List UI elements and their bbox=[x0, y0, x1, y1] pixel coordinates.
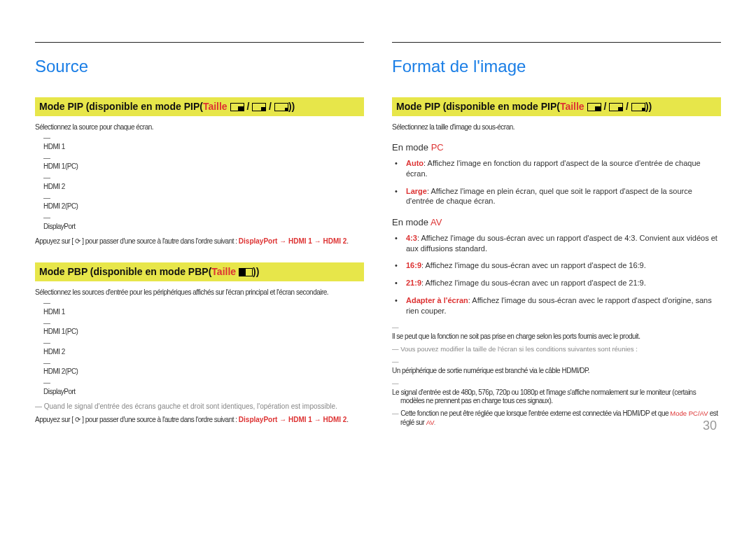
subheading-av-mode: En mode AV bbox=[392, 216, 721, 229]
pip-size-medium-icon bbox=[609, 103, 623, 111]
pip-source-list: HDMI 1 HDMI 1(PC) HDMI 2 HDMI 2(PC) Disp… bbox=[35, 133, 364, 231]
pip-format-intro: Sélectionnez la taille d'image du sous-é… bbox=[392, 123, 721, 132]
heading-slash: / bbox=[269, 101, 274, 112]
svg-rect-11 bbox=[618, 107, 622, 111]
section-title-format: Format de l'image bbox=[392, 55, 721, 78]
seq-chain: DisplayPort → HDMI 1 → HDMI 2 bbox=[239, 237, 346, 245]
seq-text: ] pour passer d'une source à l'autre dan… bbox=[80, 416, 239, 423]
pip-source-sequence: Appuyez sur [ ⟳ ] pour passer d'une sour… bbox=[35, 237, 364, 246]
page-number: 30 bbox=[703, 417, 717, 434]
heading-em: Taille bbox=[203, 101, 227, 112]
footnote-em: AV bbox=[426, 419, 434, 426]
subheading-text: En mode bbox=[392, 142, 431, 153]
right-column: Format de l'image Mode PIP (disponible e… bbox=[392, 42, 721, 432]
pbp-source-intro: Sélectionnez les sources d'entrée pour l… bbox=[35, 288, 364, 297]
heading-pbp-source: Mode PBP (disponible en mode PBP(Taille … bbox=[35, 262, 364, 281]
list-item: DisplayPort bbox=[43, 223, 364, 231]
av-mode-bullets: 4:3: Affichez l'image du sous-écran avec… bbox=[392, 233, 721, 316]
bullet-item: 21:9: Affichez l'image du sous-écran ave… bbox=[403, 278, 721, 288]
heading-pip-format: Mode PIP (disponible en mode PIP(Taille … bbox=[392, 97, 721, 116]
heading-text: )) bbox=[645, 101, 652, 112]
subheading-pc-mode: En mode PC bbox=[392, 141, 721, 154]
seq-tail: . bbox=[346, 416, 349, 423]
svg-rect-3 bbox=[261, 107, 265, 111]
pip-size-small-icon bbox=[631, 103, 645, 111]
footnote: Vous pouvez modifier la taille de l'écra… bbox=[392, 345, 721, 354]
heading-slash: / bbox=[603, 101, 609, 112]
left-column: Source Mode PIP (disponible en mode PIP(… bbox=[35, 42, 364, 432]
pip-source-intro: Sélectionnez la source pour chaque écran… bbox=[35, 123, 364, 132]
svg-rect-13 bbox=[642, 108, 645, 111]
list-item: HDMI 1 bbox=[43, 308, 364, 316]
heading-slash: / bbox=[626, 101, 631, 112]
bullet-item: 4:3: Affichez l'image du sous-écran avec… bbox=[403, 233, 721, 254]
bullet-em: 4:3 bbox=[406, 234, 417, 242]
heading-text: Mode PIP (disponible en mode PIP( bbox=[396, 101, 560, 112]
bullet-item: Adapter à l'écran: Affichez l'image du s… bbox=[403, 295, 721, 316]
footnote: Il se peut que la fonction ne soit pas p… bbox=[392, 323, 721, 341]
footnote: Cette fonction ne peut être réglée que l… bbox=[392, 409, 721, 428]
footnote-em: Mode PC/AV bbox=[670, 409, 708, 417]
heading-text: Mode PBP (disponible en mode PBP( bbox=[39, 266, 211, 277]
footnote-text: Le signal d'entrée est de 480p, 576p, 72… bbox=[400, 388, 721, 405]
seq-text: Appuyez sur [ bbox=[35, 416, 75, 423]
pbp-size-icon bbox=[239, 268, 253, 276]
section-title-source: Source bbox=[35, 55, 364, 78]
pbp-source-list: HDMI 1 HDMI 1(PC) HDMI 2 HDMI 2(PC) Disp… bbox=[35, 298, 364, 396]
footnote-text: . bbox=[434, 419, 436, 426]
svg-rect-7 bbox=[239, 269, 246, 276]
footnote-text: Un périphérique de sortie numérique est … bbox=[400, 367, 721, 375]
list-item: HDMI 1(PC) bbox=[43, 162, 364, 171]
svg-rect-9 bbox=[595, 106, 601, 111]
list-item: HDMI 2 bbox=[43, 348, 364, 356]
bullet-text: : Affichez l'image du sous-écran avec un… bbox=[406, 234, 718, 253]
subheading-em: PC bbox=[431, 142, 444, 153]
seq-chain: DisplayPort → HDMI 1 → HDMI 2 bbox=[239, 416, 346, 423]
seq-text: ] pour passer d'une source à l'autre dan… bbox=[80, 237, 239, 245]
list-item: HDMI 2(PC) bbox=[43, 367, 364, 376]
bullet-text: : Affichez l'image du sous-écran avec un… bbox=[421, 261, 646, 269]
pip-size-large-icon bbox=[230, 103, 244, 111]
heading-text: )) bbox=[253, 266, 259, 277]
list-item: HDMI 2 bbox=[43, 183, 364, 191]
bullet-item: Auto: Affichez l'image en fonction du ra… bbox=[403, 158, 721, 179]
av-footnotes: Il se peut que la fonction ne soit pas p… bbox=[392, 323, 721, 428]
loop-icon: ⟳ bbox=[75, 237, 80, 245]
list-item: HDMI 2(PC) bbox=[43, 202, 364, 211]
footnote: Le signal d'entrée est de 480p, 576p, 72… bbox=[392, 379, 721, 405]
heading-slash: / bbox=[246, 101, 252, 112]
heading-pip-source: Mode PIP (disponible en mode PIP(Taille … bbox=[35, 97, 364, 116]
footnote: Un périphérique de sortie numérique est … bbox=[392, 358, 721, 375]
footnote-text: Il se peut que la fonction ne soit pas p… bbox=[400, 332, 721, 341]
seq-text: Appuyez sur [ bbox=[35, 237, 75, 245]
subheading-em: AV bbox=[430, 217, 442, 227]
bullet-em: 16:9 bbox=[406, 261, 421, 269]
list-item: DisplayPort bbox=[43, 388, 364, 396]
bullet-em: 21:9 bbox=[406, 279, 421, 287]
list-item: HDMI 1 bbox=[43, 143, 364, 151]
svg-rect-5 bbox=[285, 108, 288, 111]
bullet-em: Auto bbox=[406, 159, 424, 167]
column-rule bbox=[35, 42, 364, 43]
bullet-item: 16:9: Affichez l'image du sous-écran ave… bbox=[403, 260, 721, 271]
pbp-source-sequence: Appuyez sur [ ⟳ ] pour passer d'une sour… bbox=[35, 415, 364, 425]
pc-mode-bullets: Auto: Affichez l'image en fonction du ra… bbox=[392, 158, 721, 206]
svg-rect-1 bbox=[238, 106, 244, 111]
subheading-text: En mode bbox=[392, 217, 430, 227]
pbp-note: Quand le signal d'entrée des écrans gauc… bbox=[35, 402, 364, 412]
pip-size-medium-icon bbox=[252, 103, 266, 111]
bullet-em: Large bbox=[406, 187, 427, 195]
column-rule bbox=[392, 42, 721, 43]
pip-size-large-icon bbox=[587, 103, 601, 111]
heading-em: Taille bbox=[560, 101, 584, 112]
bullet-text: : Affichez l'image en fonction du rappor… bbox=[406, 159, 701, 178]
bullet-item: Large: Affichez l'image en plein écran, … bbox=[403, 186, 721, 207]
loop-icon: ⟳ bbox=[75, 416, 80, 423]
bullet-text: : Affichez l'image en plein écran, quel … bbox=[406, 187, 692, 206]
footnote-text: Cette fonction ne peut être réglée que l… bbox=[400, 409, 670, 417]
heading-em: Taille bbox=[211, 266, 236, 277]
bullet-text: : Affichez l'image du sous-écran avec un… bbox=[421, 279, 646, 287]
list-item: HDMI 1(PC) bbox=[43, 328, 364, 336]
seq-tail: . bbox=[346, 237, 349, 245]
bullet-em: Adapter à l'écran bbox=[406, 296, 468, 304]
